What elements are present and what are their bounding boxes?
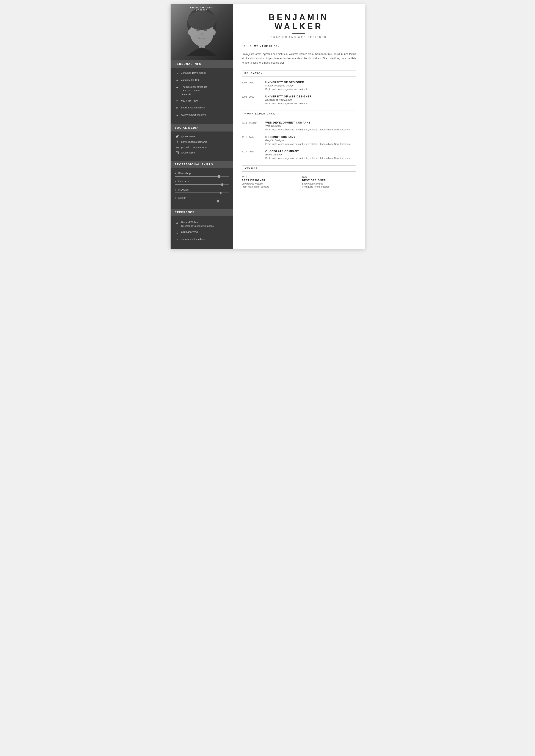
job-title: GRAPHIC AND WEB DESIGNER [242,36,356,39]
reference-phone-icon: ✆ [175,231,180,235]
award-year-1: 2014 [302,176,356,178]
social-linkedin: portfolio.com/username [175,146,229,149]
work-role-2: Brand Drsigner [266,153,356,156]
education-title: EDUCATION [242,70,356,76]
skill-illustrator: + Illustrator [175,180,229,185]
skill-name-illustrator: Illustrator [178,180,189,183]
person-icon: ▲ [175,71,180,76]
skill-bar-illustrator [175,184,229,185]
hello-label: HELLO. MY NAME IS BEN. [242,45,356,49]
main-content: BENJAMIN WALKER GRAPHIC AND WEB DESIGNER… [233,4,365,249]
social-facebook: portfolio.com/username [175,140,229,143]
edu-content-1: UNIVERSITY OF WEB DESIGNER Bachelor of W… [266,95,356,105]
globe-icon: ● [175,113,180,118]
award-sub-1: Ecommerce Awards [302,182,356,185]
skill-name-sketch: Sketch [178,196,186,200]
reference-email-item: ✉ yourname@email.com [175,237,229,242]
skill-indesign: + InDesign [175,188,229,193]
work-desc-2: Proin justo lorem, egestas nec netus in,… [266,156,356,160]
skill-plus-icon-3: + [175,188,177,191]
info-phone: ✆ 0123 456 7890 [175,99,229,103]
education-entry-0: 2009 - 2010 UNIVERSITY OF DESIGNER Maste… [242,81,356,91]
work-content-2: CHOCOLATE COMPANY Brand Drsigner Proin j… [266,150,356,160]
linkedin-handle: portfolio.com/username [181,146,207,148]
social-instagram: @username [175,151,229,154]
personal-info-header: PERSONAL INFO [171,60,233,68]
instagram-handle: @username [181,151,195,154]
reference-section: ▲ Richard Walker Director at Coconut Com… [171,217,233,249]
birthday-icon: ☀ [175,78,180,83]
social-media-section: @username portfolio.com/username portfol… [171,131,233,161]
work-entry-2: 2010 - 2011 CHOCOLATE COMPANY Brand Drsi… [242,150,356,160]
twitter-icon [175,135,180,138]
last-name: WALKER [242,22,356,31]
personal-birthday: January 1st 1993 [181,78,229,82]
info-address: ■ The Designer street 1stTXS UK.CountryS… [175,85,229,96]
skill-name-indesign: InDesign [178,188,188,191]
award-desc-1: Proin justo lorem, egestas [302,185,356,188]
name-title-section: BENJAMIN WALKER GRAPHIC AND WEB DESIGNER [242,13,356,39]
twitter-handle: @username [181,135,195,138]
award-year-0: 2011 [242,176,296,178]
awards-grid: 2011 BEST DESIGNER Ecommerce Awards Proi… [242,176,356,188]
personal-info-section: ▲ Jonathan Dave Walker ☀ January 1st 199… [171,68,233,124]
reference-name-item: ▲ Richard Walker Director at Coconut Com… [175,220,229,228]
reference-email: yourname@email.com [181,237,229,241]
reference-name: Richard Walker [181,220,229,224]
face-illustration [183,9,221,56]
reference-title: Director at Coconut Company [181,224,229,228]
skills-section: + Photoshop + Illustrator [171,168,233,209]
first-name: BENJAMIN [242,13,356,22]
reference-header: REFERENCE [171,209,233,216]
work-role-1: Graphic Designer [266,139,356,142]
reference-person-icon: ▲ [175,221,180,225]
award-title-1: BEST DESIGNER [302,179,356,182]
award-desc-0: Proin justo lorem, egestas [242,185,296,188]
award-sub-0: Ecommerce Awards [242,182,296,185]
sidebar: FREEDOWNLO DPSD PRESENT PERSONAL INFO ▲ … [171,4,233,249]
edu-year-1: 2008 - 2009 [242,95,266,105]
skill-plus-icon-2: + [175,180,177,183]
svg-point-9 [176,146,176,147]
photo-placeholder [171,4,233,60]
award-col-0: 2011 BEST DESIGNER Ecommerce Awards Proi… [242,176,296,188]
work-desc-0: Proin justo lorem, egestas nec netus in,… [266,128,356,131]
work-year-2: 2010 - 2011 [242,150,266,160]
info-email: ✉ yourname@email.com [175,106,229,110]
awards-title: AWARDS [242,165,356,172]
work-year-1: 2011 - 2014 [242,136,266,146]
personal-phone: 0123 456 7890 [181,99,229,103]
personal-email: yourname@email.com [181,106,229,110]
personal-website: www.yourwebsite.com [181,113,229,117]
name-divider [293,33,305,34]
svg-point-6 [188,29,192,35]
resume-container: FREEDOWNLO DPSD PRESENT PERSONAL INFO ▲ … [171,4,365,249]
skill-bar-sketch [175,201,229,201]
facebook-handle: portfolio.com/username [181,141,207,143]
work-company-1: COCONUT COMPANY [266,136,356,139]
personal-address: The Designer street 1stTXS UK.CountrySta… [181,85,229,96]
social-twitter: @username [175,135,229,138]
work-content-1: COCONUT COMPANY Graphic Designer Proin j… [266,136,356,146]
svg-point-3 [196,29,199,31]
work-desc-1: Proin justo lorem, egestas nec netus in,… [266,142,356,146]
instagram-icon [175,151,180,154]
skill-bar-photoshop [175,176,229,177]
svg-point-5 [201,33,203,36]
watermark-line2: PRESENT [190,9,213,12]
skill-plus-icon-4: + [175,196,177,200]
edu-degree-0: Master of Graphic Design [266,84,356,87]
work-role-0: Web-Designer [266,124,356,127]
award-col-1: 2014 BEST DESIGNER Ecommerce Awards Proi… [302,176,356,188]
social-media-header: SOCIAL MEDIA [171,124,233,131]
edu-content-0: UNIVERSITY OF DESIGNER Master of Graphic… [266,81,356,91]
info-website: ● www.yourwebsite.com [175,113,229,118]
linkedin-icon [175,146,180,149]
work-title: WORK EXPERIENCE [242,111,356,117]
skill-photoshop: + Photoshop [175,172,229,177]
email-icon: ✉ [175,106,180,110]
svg-rect-10 [176,151,179,154]
hello-section: HELLO. MY NAME IS BEN. Proin justo lorem… [242,45,356,65]
info-name: ▲ Jonathan Dave Walker [175,71,229,76]
reference-phone-item: ✆ 0123 456 7890 [175,230,229,235]
